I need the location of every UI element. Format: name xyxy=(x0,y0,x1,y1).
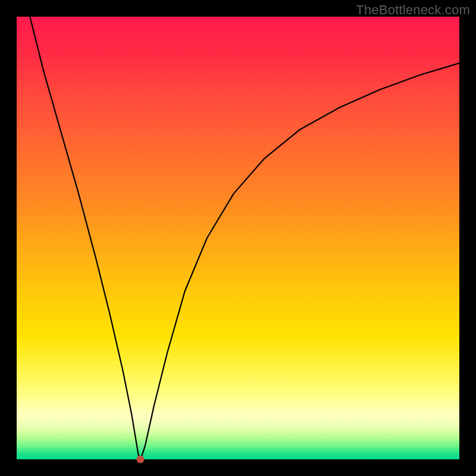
chart-frame: TheBottleneck.com xyxy=(0,0,476,476)
minimum-marker xyxy=(137,456,145,464)
bottleneck-curve xyxy=(17,17,459,459)
watermark-text: TheBottleneck.com xyxy=(356,2,470,18)
plot-area xyxy=(17,17,459,459)
